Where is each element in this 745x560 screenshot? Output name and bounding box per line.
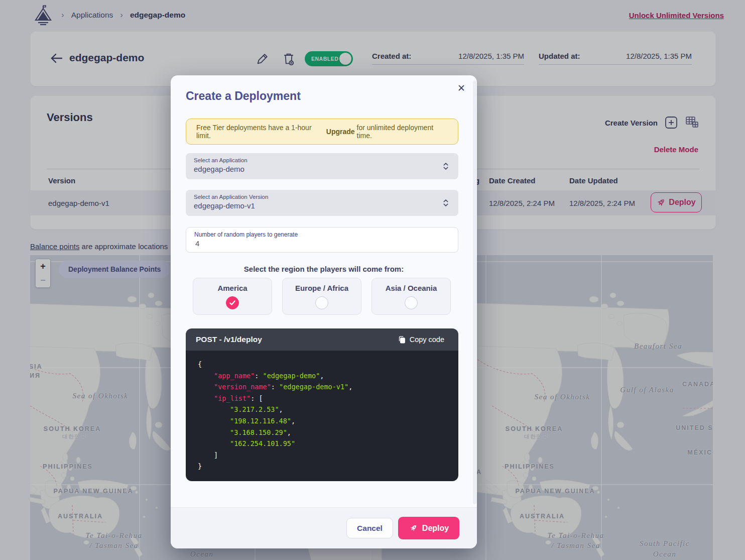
code-token: "ip_list" [214,394,251,402]
code-token: "edgegap-demo-v1" [279,383,348,391]
code-token: "edgegap-demo" [263,372,320,380]
cancel-button[interactable]: Cancel [346,518,393,538]
page: › Applications › edgegap-demo Unlock Unl… [0,0,745,560]
code-block-header: POST - /v1/deploy Copy code [186,328,458,351]
modal-title: Create a Deployment [186,89,301,103]
region-label: Asia / Oceania [386,284,437,292]
code-line: "3.168.150.29", [198,427,446,438]
code-line: { [198,359,446,370]
code-line: "app_name": "edgegap-demo", [198,370,446,382]
deploy-button[interactable]: Deploy [398,517,459,539]
code-token: : [255,372,263,380]
modal-scrollbar[interactable] [473,80,476,504]
copy-code-label: Copy code [410,335,444,344]
copy-code-button[interactable]: Copy code [395,335,447,345]
code-token: "3.217.2.53" [230,405,279,413]
code-line: "ip_list": [ [198,393,446,404]
code-endpoint-title: POST - /v1/deploy [196,335,262,344]
close-icon[interactable]: ✕ [454,80,469,95]
application-version-select[interactable]: Select an Application Version edgegap-de… [186,190,458,216]
code-token: "3.168.150.29" [230,428,287,436]
rocket-icon [409,523,418,533]
application-select-value: edgegap-demo [194,165,450,173]
code-line: } [198,461,446,472]
region-card-europe-africa[interactable]: Europe / Africa [282,278,361,315]
players-count-label: Number of random players to generate [194,231,450,238]
code-token: , [291,417,295,425]
region-card-america[interactable]: America [193,278,272,315]
code-token: } [198,462,202,470]
region-card-asia-oceania[interactable]: Asia / Oceania [371,278,451,315]
code-token: ] [214,451,218,459]
application-select[interactable]: Select an Application edgegap-demo [186,153,458,179]
code-line: "198.12.116.48", [198,415,446,427]
code-token: "app_name" [214,372,255,380]
code-line: ] [198,450,446,461]
application-version-select-label: Select an Application Version [194,194,450,200]
deploy-button-label: Deploy [422,524,449,533]
code-token: , [287,428,291,436]
code-token: , [279,405,283,413]
region-label: Europe / Africa [295,284,348,292]
code-token: : [ [251,394,263,402]
chevron-up-down-icon [440,197,451,208]
warning-upgrade-emphasis: Upgrade [326,128,355,136]
code-body: {"app_name": "edgegap-demo","version_nam… [186,351,458,481]
application-version-select-value: edgegap-demo-v1 [194,201,450,210]
region-radio-icon[interactable] [315,296,328,309]
application-select-label: Select an Application [194,157,450,163]
code-token: "162.254.101.95" [230,439,295,447]
code-line: "version_name": "edgegap-demo-v1", [198,381,446,393]
region-radio-icon[interactable] [405,296,418,309]
free-tier-warning-banner: Free Tier deployments have a 1-hour limi… [186,119,458,145]
code-token: "198.12.116.48" [230,417,291,425]
region-label: America [217,284,247,292]
players-count-input[interactable] [194,238,451,248]
region-heading: Select the region the players will come … [171,265,477,273]
code-token: , [320,372,324,380]
code-token: , [348,383,352,391]
code-token: : [271,383,279,391]
api-code-block: POST - /v1/deploy Copy code {"app_name":… [186,328,458,481]
region-radio-checked-icon[interactable] [226,296,239,309]
modal-footer: Cancel Deploy [171,507,477,548]
code-line: "162.254.101.95" [198,438,446,450]
code-token: { [198,360,202,368]
copy-icon [398,335,406,344]
warning-text-post: for unlimited deployment time. [357,124,448,140]
players-count-field: Number of random players to generate [186,227,458,253]
code-token: "version_name" [214,383,271,391]
warning-text-pre: Free Tier deployments have a 1-hour limi… [196,124,324,140]
create-deployment-modal: ✕ Create a Deployment Free Tier deployme… [171,75,477,548]
chevron-up-down-icon [440,161,451,172]
code-line: "3.217.2.53", [198,404,446,415]
region-options: America Europe / Africa Asia / Oceania [193,278,451,315]
